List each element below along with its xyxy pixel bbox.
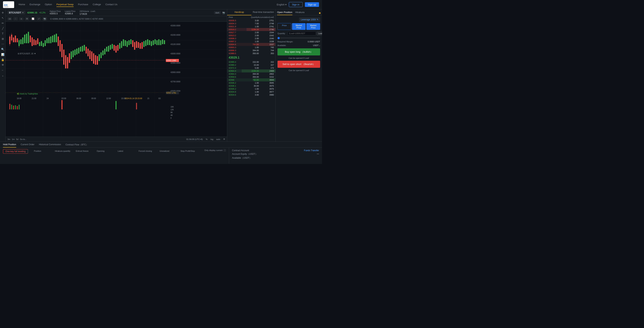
chevron-down-icon[interactable]: ⌄ <box>1 74 5 77</box>
leveling-button[interactable]: One-key full leveling <box>3 149 28 154</box>
zoom-icon[interactable]: 🔍 <box>1 47 5 51</box>
expand-btn[interactable]: ⤢ <box>37 17 41 20</box>
market-price-btn-2[interactable]: Market Price <box>306 23 320 30</box>
settings-btn[interactable]: ⚙ <box>25 17 29 20</box>
dark-mode-button[interactable]: dark <box>214 11 221 14</box>
arrow-left-icon[interactable]: ← <box>1 68 5 72</box>
camera-btn[interactable]: 📷 <box>42 17 47 20</box>
chart-type-btn[interactable]: ⋮ <box>14 17 18 20</box>
svg-rect-133 <box>15 105 16 109</box>
svg-rect-136 <box>62 100 62 109</box>
svg-rect-65 <box>80 47 81 52</box>
svg-rect-66 <box>82 46 83 52</box>
timeframe-5d[interactable]: 5d <box>16 138 18 140</box>
tab-open-position[interactable]: Open Position <box>277 11 292 15</box>
price-label-btn[interactable]: Price <box>278 23 291 30</box>
language-selector[interactable]: English ▾ <box>277 3 286 6</box>
svg-rect-63 <box>76 49 77 54</box>
bottom-panel-tabs: Hold Position Current Order Historical C… <box>0 142 322 148</box>
tab-contract-flow[interactable]: Contract Flow（BTC） <box>66 143 88 147</box>
col-latest: Latest <box>118 150 136 152</box>
buy-open-long-button[interactable]: Buy open long （bullish） <box>278 48 320 55</box>
line-icon[interactable]: ╱ <box>1 27 5 30</box>
tab-hirakura[interactable]: Hirakura <box>295 11 304 15</box>
chart-left-toolbar: ✛ ↖ ✏ ╱ T ⊞ ⋯ 🔍 📊 🔒 👁 ← ⌄ <box>0 9 6 141</box>
margin-value: 0.0000 USDT <box>308 41 320 43</box>
chart-header: BTC/USDT ▼ 42986.1$ +0.2% Highest Price … <box>6 9 227 16</box>
svg-text:15: 15 <box>147 97 150 99</box>
bid-row-11: 42934.8 1.00 3977 <box>227 90 276 93</box>
signup-button[interactable]: Sign up <box>305 2 319 7</box>
logo[interactable]: AVA TRADE <box>3 1 14 8</box>
col-price-label: Price <box>229 16 243 18</box>
available-usdt-label: Available（USDT） <box>232 156 252 159</box>
indicator-btn[interactable]: 📈 <box>30 17 36 20</box>
indicator-icon[interactable]: 📊 <box>1 53 5 56</box>
svg-rect-59 <box>69 53 70 63</box>
only-display-checkbox[interactable] <box>224 149 226 151</box>
svg-text:03:00: 03:00 <box>62 97 66 99</box>
svg-rect-103 <box>151 41 152 46</box>
nav-college[interactable]: College <box>93 2 101 7</box>
timeframe-1m[interactable]: 1m <box>12 138 14 140</box>
screenshot-icon[interactable]: 📷 <box>222 11 225 14</box>
available-label: Available: <box>278 44 286 47</box>
bid-row-7: 42946 792.00 3944 <box>227 78 276 81</box>
nav-home[interactable]: Home <box>19 2 25 7</box>
quantity-unit[interactable]: Leaf <box>316 31 322 36</box>
tab-realtime[interactable]: Real-time transaction <box>252 9 276 15</box>
sell-open-short-button[interactable]: Sell to open short （Bearish） <box>278 61 320 68</box>
auto-btn[interactable]: auto <box>216 138 220 140</box>
svg-text:21:00: 21:00 <box>32 97 36 99</box>
latest-price-row: 43029.1 <box>227 55 276 61</box>
percent-sign: % <box>206 138 208 140</box>
svg-rect-55 <box>62 44 62 57</box>
col-entrust-freeze: Entrust freeze <box>76 150 94 152</box>
log-btn[interactable]: log <box>210 138 213 140</box>
ask-row-11: 43000.3 394.00 744 <box>227 49 276 52</box>
svg-rect-39 <box>32 38 32 46</box>
candle-type-btn[interactable]: 🕯 <box>19 17 24 20</box>
bid-row-9: 42936.1 30.00 3975 <box>227 84 276 87</box>
nav-option[interactable]: Option <box>45 2 52 7</box>
timeframe-3m[interactable]: 3m <box>8 138 10 140</box>
pencil-icon[interactable]: ✏ <box>1 21 5 25</box>
pattern-icon[interactable]: ⋯ <box>1 42 5 46</box>
chart-settings-icon[interactable]: ⚙ <box>223 138 225 140</box>
svg-rect-138 <box>136 103 137 109</box>
nav-exchange[interactable]: Exchange <box>30 2 40 7</box>
col-acc-label: Accumulation(Leaf) <box>258 16 274 18</box>
nav-purchase[interactable]: Purchase <box>78 2 88 7</box>
text-icon[interactable]: T <box>1 32 5 36</box>
crosshair-icon[interactable]: ✛ <box>1 11 5 15</box>
chart-canvas[interactable]: 43300.0000 43200.0000 43100.0000 43000.0… <box>6 22 227 137</box>
quantity-input[interactable] <box>288 31 316 36</box>
lock-icon[interactable]: 🔒 <box>1 58 5 62</box>
tab-handicap[interactable]: Handicap <box>227 9 252 15</box>
leverage-slider-handle[interactable] <box>278 37 280 39</box>
bid-row-4: 42964.4 2236.00 2408 <box>227 69 276 72</box>
bid-row-1: 42989.4 152.00 152 <box>227 61 276 64</box>
col-forced-closing: Forced closing <box>139 150 156 152</box>
svg-rect-80 <box>108 46 109 52</box>
leverage-button[interactable]: Leverage 100X ✎ <box>299 18 320 22</box>
svg-rect-35 <box>24 35 25 43</box>
tab-historical-commission[interactable]: Historical Commission <box>39 143 61 147</box>
leverage-slider-track[interactable] <box>278 38 320 38</box>
measure-icon[interactable]: ⊞ <box>1 37 5 41</box>
svg-rect-52 <box>56 34 57 42</box>
pair-selector[interactable]: BTC/USDT ▼ <box>8 11 25 15</box>
nav-perpetual-swap[interactable]: Perpetual Swap <box>56 2 74 7</box>
eye-icon[interactable]: 👁 <box>1 63 5 67</box>
goto-btn[interactable]: Go to... <box>20 138 27 140</box>
signin-button[interactable]: Sign in <box>289 2 302 7</box>
market-price-btn-1[interactable]: Market Price <box>292 23 306 30</box>
svg-rect-40 <box>34 39 34 45</box>
interval-15[interactable]: 15 <box>8 17 12 20</box>
funds-transfer-link[interactable]: Funds Transfer <box>304 149 319 152</box>
cursor-icon[interactable]: ↖ <box>1 16 5 20</box>
nav-contact-us[interactable]: Contact Us <box>106 2 118 7</box>
tab-hold-position[interactable]: Hold Position <box>3 143 16 147</box>
tab-current-order[interactable]: Current Order <box>21 143 34 147</box>
svg-text:TRADE: TRADE <box>4 6 8 7</box>
